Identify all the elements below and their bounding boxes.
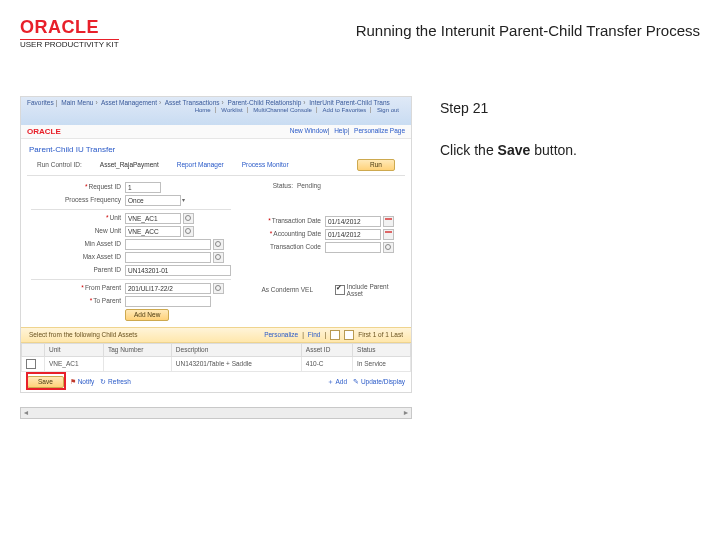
breadcrumb-item[interactable]: Main Menu (61, 99, 93, 106)
lookup-icon[interactable] (383, 242, 394, 253)
app-topbar: Favorites| Main Menu› Asset Management› … (21, 97, 411, 125)
lookup-icon[interactable] (183, 213, 194, 224)
refresh-icon: ↻ (100, 378, 106, 385)
runcontrol-value: Asset_RajaPayment (100, 161, 159, 169)
brand-row: ORACLE New Window| Help| Personalize Pag… (21, 125, 411, 140)
calendar-icon[interactable] (383, 216, 394, 227)
instruction-panel: Step 21 Click the Save button. (440, 96, 700, 419)
flag-icon: ⚑ (70, 378, 76, 385)
cell-assetid: 410-C (301, 356, 352, 371)
lookup-icon[interactable] (183, 226, 194, 237)
breadcrumb: Favorites| Main Menu› Asset Management› … (27, 99, 405, 107)
transcode-input[interactable] (325, 242, 381, 253)
instruction-text: Click the Save button. (440, 142, 700, 158)
grid-header-bar: Select from the following Child Assets P… (21, 327, 411, 343)
minasset-input[interactable] (125, 239, 211, 250)
toparent-input[interactable] (125, 296, 211, 307)
newunit-input[interactable]: VNE_ACC (125, 226, 181, 237)
breadcrumb-item[interactable]: InterUnit Parent-Child Trans (309, 99, 390, 106)
cell-desc: UN143201/Table + Saddle (171, 356, 301, 371)
personalize-grid-link[interactable]: Personalize (264, 331, 298, 339)
lookup-icon[interactable] (213, 283, 224, 294)
horizontal-scrollbar[interactable]: ◄ ► (20, 407, 412, 419)
action-bar: Save ⚑ Notify ↻ Refresh ＋ Add (21, 372, 411, 392)
lookup-icon[interactable] (213, 239, 224, 250)
scroll-left-icon[interactable]: ◄ (21, 409, 31, 417)
col-tag[interactable]: Tag Number (104, 343, 172, 356)
transcode-label: Transaction Code (231, 243, 325, 251)
calendar-icon[interactable] (383, 229, 394, 240)
favorites-link[interactable]: Add to Favorites (323, 107, 372, 113)
col-desc[interactable]: Description (171, 343, 301, 356)
grid-tool-icon[interactable] (330, 330, 340, 340)
plus-icon: ＋ (327, 378, 334, 385)
brand-mini: ORACLE (27, 127, 61, 137)
home-link[interactable]: Home (195, 107, 216, 113)
highlight-save (26, 372, 66, 390)
addnew-button[interactable]: Add New (125, 309, 169, 321)
col-assetid[interactable]: Asset ID (301, 343, 352, 356)
cell-unit: VNE_AC1 (45, 356, 104, 371)
breadcrumb-item[interactable]: Parent-Child Relationship (228, 99, 302, 106)
newwindow-link[interactable]: New Window (290, 127, 328, 134)
fromparent-input[interactable]: 201/ULI17-22/2 (125, 283, 211, 294)
chevron-down-icon: ▾ (182, 197, 185, 204)
procfreq-label: Process Frequency (31, 196, 125, 204)
edit-icon: ✎ (353, 378, 359, 385)
status-label: Status: (231, 182, 293, 190)
table-row[interactable]: VNE_AC1 UN143201/Table + Saddle 410-C In… (22, 356, 411, 371)
breadcrumb-item[interactable]: Asset Management (101, 99, 157, 106)
includeparent-checkbox[interactable] (335, 285, 344, 295)
grid-tool-icon[interactable] (344, 330, 354, 340)
oracle-logo: ORACLE USER PRODUCTIVITY KIT (20, 18, 119, 50)
minasset-label: Min Asset ID (31, 240, 125, 248)
status-value: Pending (297, 182, 321, 190)
breadcrumb-item[interactable]: Asset Transactions (165, 99, 220, 106)
requestid-input[interactable]: 1 (125, 182, 161, 193)
personalize-link[interactable]: Personalize Page (354, 127, 405, 134)
procfreq-select[interactable]: Once (125, 195, 181, 206)
report-manager-link[interactable]: Report Manager (177, 161, 224, 169)
lookup-icon[interactable] (213, 252, 224, 263)
refresh-link[interactable]: ↻ Refresh (100, 378, 131, 386)
worklist-link[interactable]: Worklist (221, 107, 247, 113)
update-display-link[interactable]: ✎ Update/Display (353, 378, 405, 386)
logo-text: ORACLE (20, 18, 119, 38)
col-unit[interactable]: Unit (45, 343, 104, 356)
signout-link[interactable]: Sign out (377, 107, 403, 113)
requestid-label: Request ID (31, 183, 125, 191)
help-link[interactable]: Help (334, 127, 347, 134)
runcontrol-label: Run Control ID: (37, 161, 82, 169)
page-title: Running the Interunit Parent-Child Trans… (356, 22, 700, 39)
multichannel-link[interactable]: MultiChannel Console (253, 107, 317, 113)
add-link[interactable]: ＋ Add (327, 378, 347, 386)
cell-status: In Service (353, 356, 411, 371)
grid-paging: First 1 of 1 Last (358, 331, 403, 339)
application-screenshot: Favorites| Main Menu› Asset Management› … (20, 96, 412, 419)
row-checkbox[interactable] (26, 359, 36, 369)
maxasset-label: Max Asset ID (31, 253, 125, 261)
scroll-right-icon[interactable]: ► (401, 409, 411, 417)
unit-label: Unit (31, 214, 125, 222)
acctdate-input[interactable]: 01/14/2012 (325, 229, 381, 240)
toparent-label: To Parent (31, 297, 125, 305)
breadcrumb-item[interactable]: Favorites (27, 99, 54, 106)
find-link[interactable]: Find (308, 331, 321, 339)
table-header-row: Unit Tag Number Description Asset ID Sta… (22, 343, 411, 356)
run-button[interactable]: Run (357, 159, 395, 171)
transdate-input[interactable]: 01/14/2012 (325, 216, 381, 227)
cell-tag (104, 356, 172, 371)
unit-input[interactable]: VNE_AC1 (125, 213, 181, 224)
parentid-label: Parent ID (31, 266, 125, 274)
transdate-label: Transaction Date (231, 217, 325, 225)
notify-link[interactable]: ⚑ Notify (70, 378, 94, 386)
parentid-input[interactable]: UN143201-01 (125, 265, 231, 276)
autocond-label: As Condemn VEL (231, 286, 317, 294)
process-monitor-link[interactable]: Process Monitor (242, 161, 289, 169)
top-links: Home Worklist MultiChannel Console Add t… (193, 107, 405, 114)
panel-title: Parent-Child IU Transfer (21, 139, 411, 157)
acctdate-label: Accounting Date (231, 230, 325, 238)
includeparent-label: Include Parent Asset (347, 283, 401, 299)
col-status[interactable]: Status (353, 343, 411, 356)
maxasset-input[interactable] (125, 252, 211, 263)
